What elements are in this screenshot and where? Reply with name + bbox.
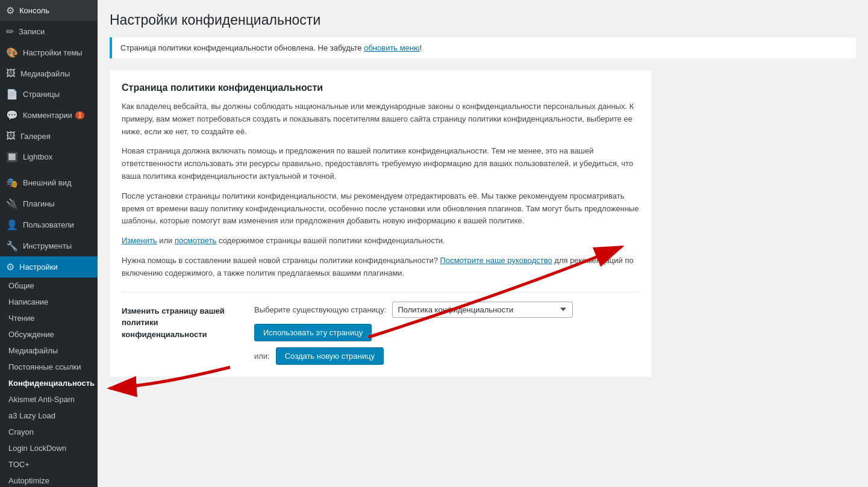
help-row: Нужна помощь в составлении вашей новой с… — [122, 255, 640, 280]
sidebar-item-settings[interactable]: ⚙ Настройки — [0, 256, 98, 278]
plugin-label-crayon: Crayon — [8, 427, 34, 436]
subitem-label-reading: Чтение — [8, 314, 34, 323]
sidebar-subitem-reading[interactable]: Чтение — [0, 310, 98, 326]
sidebar-item-console[interactable]: ⚙ Консоль — [0, 0, 98, 21]
sidebar-item-posts[interactable]: ✏ Записи — [0, 21, 98, 42]
sidebar-item-media[interactable]: 🖼 Медиафайлы — [0, 63, 98, 84]
paragraph-2: Новая страница должна включать помощь и … — [122, 145, 640, 182]
sidebar-label-plugins: Плагины — [23, 199, 55, 208]
subitem-label-discussion: Обсуждение — [8, 330, 54, 339]
sidebar-item-gallery[interactable]: 🖼 Галерея — [0, 126, 98, 146]
plugin-label-a3lazy: a3 Lazy Load — [8, 411, 55, 420]
select-row: Выберите существующую страницу: Политика… — [254, 302, 640, 341]
help-text-before: Нужна помощь в составлении вашей новой с… — [122, 256, 440, 265]
tools-icon: 🔧 — [6, 240, 18, 252]
use-page-button[interactable]: Использовать эту страницу — [254, 324, 372, 341]
notice-text-after: ! — [420, 43, 422, 52]
plugin-label-akismet: Akismet Anti-Spam — [8, 395, 75, 404]
appearance-icon: 🎭 — [6, 177, 18, 188]
page-title: Настройки конфиденциальности — [110, 12, 856, 28]
sidebar-label-comments: Комментарии — [23, 111, 72, 120]
view-link[interactable]: посмотреть — [175, 236, 216, 245]
or-row: или: Создать новую страницу — [254, 347, 640, 365]
paragraph-1: Как владелец вебсайта, вы должны соблюда… — [122, 101, 640, 138]
sidebar-item-pages[interactable]: 📄 Страницы — [0, 84, 98, 105]
form-label: Изменить страницу вашей политики конфиде… — [122, 302, 254, 341]
or-text-inline: или — [159, 236, 175, 245]
sidebar-item-appearance[interactable]: 🎭 Внешний вид — [0, 172, 98, 193]
sidebar-plugin-akismet[interactable]: Akismet Anti-Spam — [0, 391, 98, 408]
settings-icon: ⚙ — [6, 261, 14, 273]
link-row-text: содержимое страницы вашей политики конфи… — [219, 236, 445, 245]
form-controls: Выберите существующую страницу: Политика… — [254, 302, 640, 365]
media-icon: 🖼 — [6, 68, 16, 79]
users-icon: 👤 — [6, 219, 18, 231]
sidebar-item-comments[interactable]: 💬 Комментарии 1 — [0, 105, 98, 126]
console-icon: ⚙ — [6, 5, 14, 16]
plugin-label-toc: TOC+ — [8, 460, 30, 469]
sidebar-subitem-discussion[interactable]: Обсуждение — [0, 326, 98, 343]
sidebar-item-users[interactable]: 👤 Пользователи — [0, 214, 98, 235]
paragraph-3: После установки страницы политики конфид… — [122, 190, 640, 228]
sidebar-label-posts: Записи — [19, 27, 45, 36]
sidebar-label-console: Консоль — [19, 6, 49, 15]
theme-icon: 🎨 — [6, 47, 18, 58]
sidebar-subitem-permalinks[interactable]: Постоянные ссылки — [0, 359, 98, 375]
sidebar-label-media: Медиафайлы — [20, 69, 70, 78]
or-text: или: — [254, 352, 270, 361]
form-label-line3: конфиденциальности — [122, 330, 207, 339]
subitem-label-media: Медиафайлы — [8, 346, 58, 355]
sidebar-label-lightbox: Lightbox — [23, 152, 52, 161]
sidebar-label-gallery: Галерея — [20, 132, 51, 141]
form-label-line2: политики — [122, 318, 158, 327]
sidebar-plugin-crayon[interactable]: Crayon — [0, 424, 98, 440]
subitem-label-permalinks: Постоянные ссылки — [8, 362, 81, 371]
sidebar: ⚙ Консоль ✏ Записи 🎨 Настройки темы 🖼 Ме… — [0, 0, 98, 487]
sidebar-subitem-media[interactable]: Медиафайлы — [0, 343, 98, 359]
section-title: Страница политики конфиденциальности — [122, 82, 640, 93]
sidebar-label-settings: Настройки — [19, 262, 58, 271]
select-label: Выберите существующую страницу: — [254, 305, 386, 314]
form-row: Изменить страницу вашей политики конфиде… — [122, 292, 640, 365]
sidebar-plugin-loginlockdown[interactable]: Login LockDown — [0, 440, 98, 456]
link-row: Изменить или посмотреть содержимое стран… — [122, 235, 640, 247]
plugin-label-autoptimize: Autoptimize — [8, 476, 49, 485]
change-link[interactable]: Изменить — [122, 236, 157, 245]
subitem-label-general: Общие — [8, 281, 34, 290]
sidebar-subitem-general[interactable]: Общие — [0, 278, 98, 294]
subitem-label-privacy: Конфиденциальность — [8, 379, 95, 388]
pages-icon: 📄 — [6, 88, 18, 100]
sidebar-item-plugins[interactable]: 🔌 Плагины — [0, 193, 98, 214]
plugins-icon: 🔌 — [6, 198, 18, 209]
sidebar-subitem-privacy[interactable]: Конфиденциальность — [0, 375, 98, 391]
sidebar-plugin-autoptimize[interactable]: Autoptimize — [0, 473, 98, 487]
form-label-line1: Изменить страницу вашей — [122, 306, 225, 315]
comments-badge: 1 — [75, 111, 85, 119]
sidebar-label-appearance: Внешний вид — [23, 178, 72, 187]
notice-text: Страница политики конфиденциальности обн… — [120, 43, 364, 52]
notice-link[interactable]: обновить меню — [364, 43, 420, 52]
content-box: Страница политики конфиденциальности Как… — [110, 70, 652, 377]
plugin-label-loginlockdown: Login LockDown — [8, 444, 66, 453]
sidebar-plugin-toc[interactable]: TOC+ — [0, 456, 98, 473]
gallery-icon: 🖼 — [6, 131, 16, 141]
sidebar-item-theme-settings[interactable]: 🎨 Настройки темы — [0, 42, 98, 63]
create-page-button[interactable]: Создать новую страницу — [276, 347, 384, 365]
lightbox-icon: 🔲 — [6, 151, 18, 163]
sidebar-label-theme: Настройки темы — [23, 48, 83, 57]
sidebar-subitem-writing[interactable]: Написание — [0, 294, 98, 310]
sidebar-item-lightbox[interactable]: 🔲 Lightbox — [0, 146, 98, 167]
guide-link[interactable]: Посмотрите наше руководство — [440, 256, 552, 265]
page-select[interactable]: Политика конфиденциальности — [392, 302, 573, 318]
sidebar-label-tools: Инструменты — [23, 241, 72, 250]
sidebar-label-users: Пользователи — [23, 220, 74, 229]
notice-bar: Страница политики конфиденциальности обн… — [110, 37, 856, 58]
sidebar-label-pages: Страницы — [23, 90, 60, 99]
sidebar-item-tools[interactable]: 🔧 Инструменты — [0, 235, 98, 256]
sidebar-plugin-a3lazy[interactable]: a3 Lazy Load — [0, 408, 98, 424]
posts-icon: ✏ — [6, 26, 14, 37]
main-content: Настройки конфиденциальности Страница по… — [98, 0, 868, 487]
comments-icon: 💬 — [6, 110, 18, 121]
subitem-label-writing: Написание — [8, 297, 48, 306]
